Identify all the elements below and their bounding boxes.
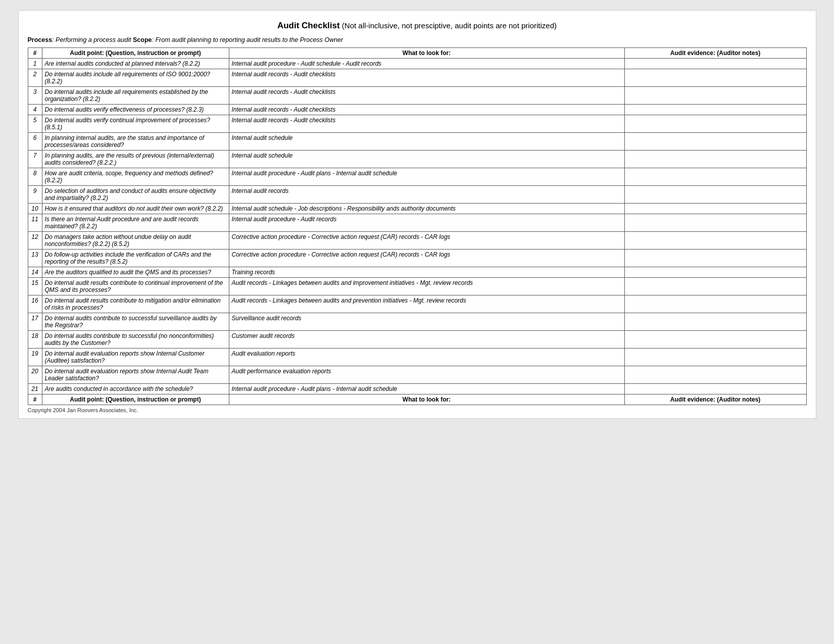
table-row: 19Do internal audit evaluation reports s… bbox=[28, 349, 806, 366]
row-notes bbox=[624, 105, 806, 115]
row-notes bbox=[624, 331, 806, 349]
row-question: In planning internal audits, are the sta… bbox=[42, 133, 229, 151]
footer-notes: Audit evidence: (Auditor notes) bbox=[624, 394, 806, 405]
row-num: 19 bbox=[28, 349, 42, 366]
row-notes bbox=[624, 69, 806, 87]
footer-question: Audit point: (Question, instruction or p… bbox=[42, 394, 229, 405]
row-notes bbox=[624, 267, 806, 278]
row-notes bbox=[624, 295, 806, 313]
row-notes bbox=[624, 151, 806, 168]
row-notes bbox=[624, 214, 806, 232]
row-evidence: Audit performance evaluation reports bbox=[229, 366, 624, 384]
row-notes bbox=[624, 133, 806, 151]
row-question: How are audit criteria, scope, frequency… bbox=[42, 168, 229, 186]
page-title: Audit Checklist (Not all-inclusive, not … bbox=[28, 20, 807, 32]
row-evidence: Internal audit records - Audit checklist… bbox=[229, 87, 624, 105]
row-evidence: Internal audit procedure - Audit plans -… bbox=[229, 384, 624, 394]
header-evidence: What to look for: bbox=[229, 48, 624, 59]
footer-num: # bbox=[28, 394, 42, 405]
process-bold2: Scope bbox=[131, 36, 152, 43]
table-row: 5Do internal audits verify continual imp… bbox=[28, 115, 806, 133]
row-notes bbox=[624, 278, 806, 295]
table-row: 10How is it ensured that auditors do not… bbox=[28, 204, 806, 214]
row-evidence: Internal audit procedure - Audit plans -… bbox=[229, 168, 624, 186]
page-container: Audit Checklist (Not all-inclusive, not … bbox=[18, 10, 816, 419]
row-notes bbox=[624, 115, 806, 133]
row-num: 20 bbox=[28, 366, 42, 384]
header-notes: Audit evidence: (Auditor notes) bbox=[624, 48, 806, 59]
title-bold: Audit Checklist bbox=[277, 21, 340, 30]
row-question: Are the auditors qualified to audit the … bbox=[42, 267, 229, 278]
row-evidence: Audit records - Linkages between audits … bbox=[229, 295, 624, 313]
row-num: 11 bbox=[28, 214, 42, 232]
footer-text: Copyright 2004 Jan Roovers Associates, I… bbox=[28, 407, 807, 413]
row-question: Do internal audit evaluation reports sho… bbox=[42, 349, 229, 366]
row-question: How is it ensured that auditors do not a… bbox=[42, 204, 229, 214]
row-num: 17 bbox=[28, 313, 42, 331]
row-num: 14 bbox=[28, 267, 42, 278]
row-num: 21 bbox=[28, 384, 42, 394]
table-row: 2Do internal audits include all requirem… bbox=[28, 69, 806, 87]
table-row: 15Do internal audit results contribute t… bbox=[28, 278, 806, 295]
title-subtitle: (Not all-inclusive, not presciptive, aud… bbox=[340, 21, 557, 30]
header-question: Audit point: (Question, instruction or p… bbox=[42, 48, 229, 59]
row-evidence: Internal audit procedure - Audit schedul… bbox=[229, 59, 624, 69]
row-evidence: Audit records - Linkages between audits … bbox=[229, 278, 624, 295]
row-question: Do internal audit evaluation reports sho… bbox=[42, 366, 229, 384]
row-notes bbox=[624, 186, 806, 204]
row-num: 1 bbox=[28, 59, 42, 69]
row-question: Are audits conducted in accordance with … bbox=[42, 384, 229, 394]
row-evidence: Internal audit schedule bbox=[229, 151, 624, 168]
row-question: Is there an Internal Audit procedure and… bbox=[42, 214, 229, 232]
process-italic2: : From audit planning to reporting audit… bbox=[152, 36, 343, 43]
audit-table: # Audit point: (Question, instruction or… bbox=[28, 47, 807, 405]
row-evidence: Internal audit records - Audit checklist… bbox=[229, 69, 624, 87]
row-num: 16 bbox=[28, 295, 42, 313]
row-num: 10 bbox=[28, 204, 42, 214]
row-num: 7 bbox=[28, 151, 42, 168]
row-evidence: Internal audit procedure - Audit records bbox=[229, 214, 624, 232]
row-notes bbox=[624, 168, 806, 186]
row-num: 3 bbox=[28, 87, 42, 105]
process-italic1: : Performing a process audit bbox=[52, 36, 131, 43]
row-evidence: Surveillance audit records bbox=[229, 313, 624, 331]
row-question: Do managers take action without undue de… bbox=[42, 232, 229, 250]
row-num: 6 bbox=[28, 133, 42, 151]
row-evidence: Corrective action procedure - Corrective… bbox=[229, 250, 624, 267]
row-num: 18 bbox=[28, 331, 42, 349]
row-notes bbox=[624, 87, 806, 105]
row-notes bbox=[624, 366, 806, 384]
row-question: Do selection of auditors and conduct of … bbox=[42, 186, 229, 204]
table-row: 18Do internal audits contribute to succe… bbox=[28, 331, 806, 349]
row-question: Do internal audit results contribute to … bbox=[42, 295, 229, 313]
table-row: 13Do follow-up activities include the ve… bbox=[28, 250, 806, 267]
row-evidence: Internal audit schedule - Job descriptio… bbox=[229, 204, 624, 214]
row-evidence: Corrective action procedure - Corrective… bbox=[229, 232, 624, 250]
row-evidence: Audit evaluation reports bbox=[229, 349, 624, 366]
table-row: 1Are internal audits conducted at planne… bbox=[28, 59, 806, 69]
row-evidence: Customer audit records bbox=[229, 331, 624, 349]
row-notes bbox=[624, 313, 806, 331]
table-row: 6In planning internal audits, are the st… bbox=[28, 133, 806, 151]
row-question: Do follow-up activities include the veri… bbox=[42, 250, 229, 267]
table-row: 9Do selection of auditors and conduct of… bbox=[28, 186, 806, 204]
row-evidence: Internal audit records - Audit checklist… bbox=[229, 115, 624, 133]
row-question: Do internal audits include all requireme… bbox=[42, 87, 229, 105]
table-row: 14Are the auditors qualified to audit th… bbox=[28, 267, 806, 278]
table-row: 3Do internal audits include all requirem… bbox=[28, 87, 806, 105]
process-line: Process: Performing a process audit Scop… bbox=[28, 36, 807, 45]
row-num: 2 bbox=[28, 69, 42, 87]
row-notes bbox=[624, 384, 806, 394]
row-num: 9 bbox=[28, 186, 42, 204]
table-row: 21Are audits conducted in accordance wit… bbox=[28, 384, 806, 394]
row-evidence: Internal audit records bbox=[229, 186, 624, 204]
row-question: Do internal audits verify continual impr… bbox=[42, 115, 229, 133]
row-num: 5 bbox=[28, 115, 42, 133]
footer-evidence: What to look for: bbox=[229, 394, 624, 405]
row-notes bbox=[624, 250, 806, 267]
row-question: Do internal audits contribute to success… bbox=[42, 331, 229, 349]
table-row: 7In planning audits, are the results of … bbox=[28, 151, 806, 168]
row-notes bbox=[624, 204, 806, 214]
row-num: 12 bbox=[28, 232, 42, 250]
header-num: # bbox=[28, 48, 42, 59]
